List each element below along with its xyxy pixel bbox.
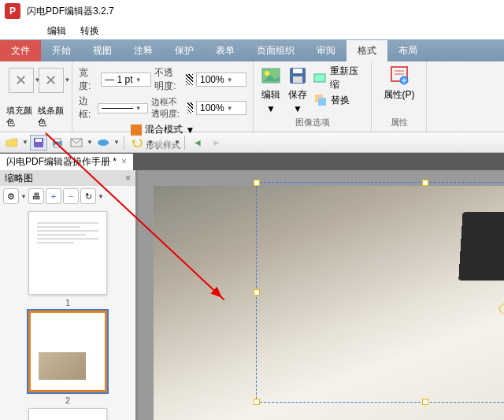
- fill-color-button[interactable]: ✕▼: [9, 68, 34, 93]
- resize-handle-ml[interactable]: [254, 289, 260, 295]
- tab-file[interactable]: 文件: [0, 40, 41, 61]
- border-opacity-label: 边框不透明度:: [151, 96, 184, 120]
- svg-rect-7: [318, 98, 326, 106]
- menu-edit[interactable]: 编辑: [47, 24, 66, 38]
- save-image-icon: [287, 65, 309, 87]
- tab-format[interactable]: 格式: [346, 40, 387, 61]
- resize-handle-tl[interactable]: [254, 180, 260, 186]
- recompress-button[interactable]: 重新压缩: [313, 65, 365, 91]
- svg-rect-4: [293, 76, 302, 83]
- close-panel-icon[interactable]: ×: [125, 173, 131, 184]
- qat-undo-dd[interactable]: ▼: [147, 139, 154, 146]
- qat-mail-dd[interactable]: ▼: [87, 139, 93, 146]
- thumbnail-panel-title: 缩略图: [5, 172, 33, 185]
- selection-box[interactable]: [256, 182, 504, 403]
- tab-pageorg[interactable]: 页面组织: [246, 40, 306, 61]
- border-select[interactable]: ▼: [98, 103, 148, 113]
- line-color-label: 线条颜色: [38, 105, 66, 128]
- resize-handle-tm[interactable]: [422, 180, 428, 186]
- border-label: 边框:: [79, 95, 94, 121]
- qat-scan-button[interactable]: [94, 135, 112, 151]
- image-save-button[interactable]: 保存▼: [287, 65, 309, 114]
- svg-rect-13: [35, 139, 42, 142]
- tab-protect[interactable]: 保护: [164, 40, 205, 61]
- thumbnail-page-1[interactable]: [28, 211, 107, 295]
- border-opacity-swatch: [187, 102, 193, 113]
- props-group-label: 属性: [391, 117, 408, 128]
- qat-save-button[interactable]: [30, 135, 47, 151]
- app-logo: P: [5, 3, 20, 19]
- tab-annotate[interactable]: 注释: [123, 40, 164, 61]
- blend-swatch: [131, 125, 142, 136]
- qat-open-button[interactable]: [3, 135, 20, 151]
- tab-review[interactable]: 审阅: [306, 40, 346, 61]
- canvas-area[interactable]: [138, 170, 504, 420]
- qat-undo-button[interactable]: [128, 135, 146, 151]
- document-tab[interactable]: 闪电PDF编辑器操作手册 * ×: [0, 154, 133, 170]
- tab-layout[interactable]: 布局: [387, 40, 428, 61]
- document-tab-title: 闪电PDF编辑器操作手册 *: [6, 155, 117, 169]
- svg-rect-3: [293, 69, 302, 73]
- thumbnail-page-3[interactable]: [28, 408, 107, 420]
- blend-dropdown[interactable]: ▼: [186, 125, 195, 136]
- opacity-swatch: [186, 74, 193, 85]
- image-group-label: 图像选项: [260, 117, 365, 128]
- qat-redo-button[interactable]: [155, 135, 172, 151]
- width-select[interactable]: — 1 pt▼: [101, 72, 151, 87]
- fill-color-label: 填充颜色: [6, 105, 35, 128]
- svg-rect-5: [314, 74, 325, 82]
- opacity-select[interactable]: 100%▼: [196, 72, 246, 87]
- qat-redo-dd[interactable]: ▼: [174, 139, 180, 146]
- replace-icon: [313, 93, 328, 107]
- opacity-label: 不透明度:: [154, 66, 183, 93]
- svg-point-1: [265, 71, 269, 76]
- thumb-rotate-button[interactable]: ↻: [80, 188, 96, 204]
- app-title: 闪电PDF编辑器3.2.7: [27, 5, 114, 18]
- menu-convert[interactable]: 转换: [80, 24, 99, 38]
- qat-forward-button[interactable]: ►: [208, 135, 225, 151]
- properties-icon: [388, 65, 410, 87]
- image-edit-button[interactable]: 编辑▼: [260, 65, 282, 114]
- thumb-options-button[interactable]: ⚙: [3, 188, 19, 204]
- edit-image-icon: [260, 65, 282, 87]
- qat-back-button[interactable]: ◄: [189, 135, 206, 151]
- thumb-print-button[interactable]: 🖶: [28, 188, 44, 204]
- close-tab-icon[interactable]: ×: [121, 156, 127, 167]
- thumb-2-number: 2: [65, 396, 70, 405]
- line-color-button[interactable]: ✕▼: [39, 68, 64, 93]
- svg-point-18: [98, 139, 109, 146]
- tab-start[interactable]: 开始: [41, 40, 82, 61]
- rotate-handle[interactable]: [499, 303, 504, 314]
- qat-mail-button[interactable]: [68, 135, 85, 151]
- tab-view[interactable]: 视图: [82, 40, 123, 61]
- border-opacity-select[interactable]: 100%▼: [196, 101, 246, 115]
- thumb-zoomout-button[interactable]: −: [63, 188, 79, 204]
- thumbnail-page-2[interactable]: [28, 310, 107, 393]
- qat-scan-dd[interactable]: ▼: [113, 139, 120, 146]
- resize-handle-bm[interactable]: [422, 399, 428, 405]
- width-label: 宽度:: [79, 66, 98, 93]
- thumb-1-number: 1: [65, 298, 70, 307]
- thumb-zoomin-button[interactable]: +: [46, 188, 61, 204]
- recompress-icon: [313, 71, 327, 85]
- qat-open-dd[interactable]: ▼: [22, 139, 28, 146]
- tab-form[interactable]: 表单: [205, 40, 246, 61]
- replace-button[interactable]: 替换: [313, 93, 365, 107]
- resize-handle-bl[interactable]: [254, 399, 260, 405]
- properties-button[interactable]: 属性(P): [384, 65, 415, 102]
